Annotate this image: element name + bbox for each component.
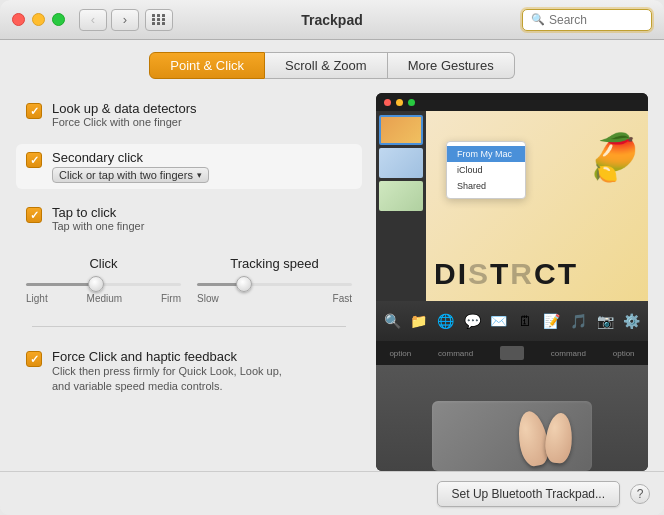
keyboard-area: option command command option <box>376 341 648 365</box>
click-slider-thumb[interactable] <box>88 276 104 292</box>
key-option-right: option <box>613 349 635 358</box>
click-mark-medium: Medium <box>87 293 123 304</box>
slide-thumb-3[interactable] <box>379 181 423 211</box>
search-box[interactable]: 🔍 <box>522 9 652 31</box>
dock-icon-files: 📁 <box>407 307 432 335</box>
option-tap-text: Tap to click Tap with one finger <box>52 205 144 232</box>
grid-view-button[interactable] <box>145 9 173 31</box>
sliders-row: Click Light Medium Firm Tracking speed <box>16 248 362 312</box>
option-secondary-label: Secondary click <box>52 150 209 165</box>
dock-icon-photos: 📷 <box>593 307 618 335</box>
key-option-left: option <box>389 349 411 358</box>
tab-scroll-zoom[interactable]: Scroll & Zoom <box>265 52 388 79</box>
key-command-right: command <box>551 349 586 358</box>
checkbox-lookup[interactable]: ✓ <box>26 103 42 119</box>
tab-more-gestures[interactable]: More Gestures <box>388 52 515 79</box>
keynote-main: From My Mac iCloud Shared 🥭 🍋 DISTRCT <box>426 111 648 301</box>
finger-2 <box>544 412 574 464</box>
slide-thumb-2[interactable] <box>379 148 423 178</box>
option-tap-label: Tap to click <box>52 205 144 220</box>
dock-icon-calendar: 🗓 <box>513 307 538 335</box>
tracking-slider-label: Tracking speed <box>230 256 318 271</box>
dock-icon-settings: ⚙️ <box>619 307 644 335</box>
left-panel: ✓ Look up & data detectors Force Click w… <box>16 93 362 471</box>
tracking-mark-fast: Fast <box>333 293 352 304</box>
tracking-mark-slow: Slow <box>197 293 219 304</box>
search-input[interactable] <box>549 13 643 27</box>
tracking-slider-thumb[interactable] <box>236 276 252 292</box>
spacebar-icon <box>500 346 524 360</box>
grid-icon <box>152 14 166 25</box>
window-title: Trackpad <box>301 12 362 28</box>
maximize-button[interactable] <box>52 13 65 26</box>
tracking-slider-track <box>197 283 352 286</box>
option-secondary-text: Secondary click Click or tap with two fi… <box>52 150 209 183</box>
right-panel: From My Mac iCloud Shared 🥭 🍋 DISTRCT 🔍 <box>376 93 648 471</box>
option-haptic-label: Force Click and haptic feedback <box>52 349 292 364</box>
dock-icon-notes: 📝 <box>540 307 565 335</box>
dock-icon-finder: 🔍 <box>380 307 405 335</box>
option-lookup-label: Look up & data detectors <box>52 101 197 116</box>
option-lookup-sub: Force Click with one finger <box>52 116 197 128</box>
option-secondary-click: ✓ Secondary click Click or tap with two … <box>16 144 362 189</box>
dock-icon-safari: 🌐 <box>433 307 458 335</box>
checkbox-tap[interactable]: ✓ <box>26 207 42 223</box>
search-icon: 🔍 <box>531 13 545 26</box>
option-tap-click: ✓ Tap to click Tap with one finger <box>16 197 362 240</box>
dock-icon-messages: 💬 <box>460 307 485 335</box>
option-haptic-text: Force Click and haptic feedback Click th… <box>52 349 292 395</box>
click-slider-track <box>26 283 181 286</box>
preview-maximize <box>408 99 415 106</box>
slide-big-text: DISTRCT <box>434 257 578 291</box>
keynote-dropdown: From My Mac iCloud Shared <box>446 141 526 199</box>
click-mark-light: Light <box>26 293 48 304</box>
click-slider-marks: Light Medium Firm <box>26 293 181 304</box>
tracking-slider-wrap <box>197 277 352 291</box>
preview-minimize <box>396 99 403 106</box>
keynote-wrap: From My Mac iCloud Shared 🥭 🍋 DISTRCT <box>376 111 648 301</box>
tracking-slider-group: Tracking speed Slow Fast <box>197 256 352 304</box>
slide-thumb-1[interactable] <box>379 115 423 145</box>
secondary-click-dropdown[interactable]: Click or tap with two fingers <box>52 167 209 183</box>
back-button[interactable]: ‹ <box>79 9 107 31</box>
click-slider-group: Click Light Medium Firm <box>26 256 181 304</box>
keynote-sidebar <box>376 111 426 301</box>
forward-button[interactable]: › <box>111 9 139 31</box>
option-haptic-sub: Click then press firmly for Quick Look, … <box>52 364 292 395</box>
option-lookup: ✓ Look up & data detectors Force Click w… <box>16 93 362 136</box>
dock-icon-mail: ✉️ <box>486 307 511 335</box>
preview-image: From My Mac iCloud Shared 🥭 🍋 DISTRCT 🔍 <box>376 93 648 471</box>
option-tap-sub: Tap with one finger <box>52 220 144 232</box>
click-mark-firm: Firm <box>161 293 181 304</box>
preview-close <box>384 99 391 106</box>
dock-icon-music: 🎵 <box>566 307 591 335</box>
bluetooth-button[interactable]: Set Up Bluetooth Trackpad... <box>437 481 620 507</box>
trackpad-surface <box>432 401 592 471</box>
tab-point-click[interactable]: Point & Click <box>149 52 265 79</box>
traffic-lights <box>12 13 65 26</box>
help-button[interactable]: ? <box>630 484 650 504</box>
minimize-button[interactable] <box>32 13 45 26</box>
content-area: Point & Click Scroll & Zoom More Gesture… <box>0 40 664 515</box>
option-lookup-text: Look up & data detectors Force Click wit… <box>52 101 197 128</box>
titlebar: ‹ › Trackpad 🔍 <box>0 0 664 40</box>
divider <box>32 326 346 327</box>
fruit-icon-2: 🍋 <box>593 161 618 185</box>
checkbox-haptic[interactable]: ✓ <box>26 351 42 367</box>
dock-bar: 🔍 📁 🌐 💬 ✉️ 🗓 📝 🎵 📷 ⚙️ <box>376 301 648 341</box>
dropdown-item-1: From My Mac <box>447 146 525 162</box>
click-slider-wrap <box>26 277 181 291</box>
bottom-bar: Set Up Bluetooth Trackpad... ? <box>0 471 664 515</box>
option-haptic: ✓ Force Click and haptic feedback Click … <box>16 341 362 403</box>
main-split: ✓ Look up & data detectors Force Click w… <box>0 93 664 471</box>
trackpad-area <box>376 365 648 471</box>
click-slider-label: Click <box>89 256 117 271</box>
close-button[interactable] <box>12 13 25 26</box>
tracking-slider-marks: Slow Fast <box>197 293 352 304</box>
dropdown-item-3: Shared <box>447 178 525 194</box>
checkbox-secondary[interactable]: ✓ <box>26 152 42 168</box>
key-command-left: command <box>438 349 473 358</box>
preview-titlebar <box>376 93 648 111</box>
nav-buttons: ‹ › <box>79 9 139 31</box>
dropdown-item-2: iCloud <box>447 162 525 178</box>
